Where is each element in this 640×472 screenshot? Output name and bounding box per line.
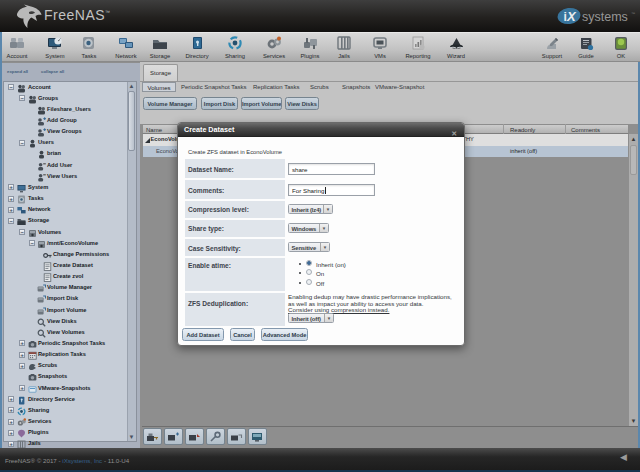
- svg-text:X: X: [566, 9, 577, 24]
- svg-text:systems: systems: [582, 10, 628, 24]
- svg-text:™: ™: [631, 11, 635, 16]
